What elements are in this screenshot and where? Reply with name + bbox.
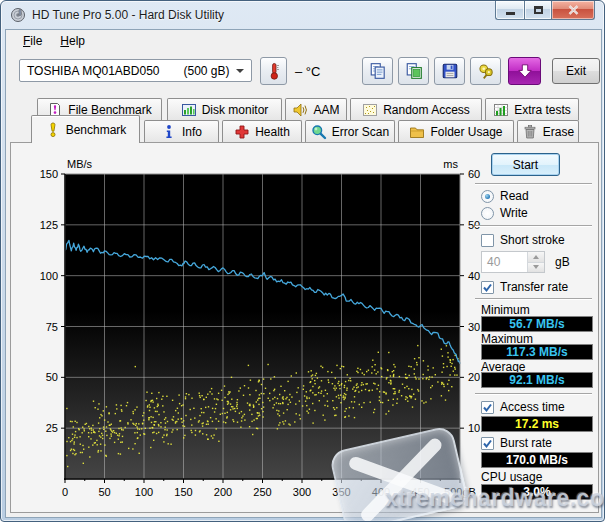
- tab-health[interactable]: Health: [222, 120, 302, 142]
- tab-info[interactable]: Info: [144, 120, 219, 142]
- random-access-icon: [362, 102, 378, 118]
- health-cross-icon: [234, 124, 250, 140]
- menu-file[interactable]: File: [14, 31, 51, 51]
- divider: [475, 225, 592, 227]
- burst-rate-checkbox[interactable]: Burst rate: [481, 436, 552, 450]
- svg-text:100: 100: [40, 270, 58, 282]
- window-title: HD Tune Pro 5.00 - Hard Disk Utility: [32, 8, 224, 22]
- temperature-readout: – °C: [295, 64, 320, 79]
- thermometer-icon: [266, 62, 282, 80]
- checkbox-checked-icon: [481, 401, 494, 414]
- check-icon: [482, 438, 493, 449]
- svg-text:0: 0: [62, 486, 68, 498]
- close-button[interactable]: [552, 1, 595, 20]
- chevron-down-icon: [236, 69, 244, 73]
- check-icon: [482, 282, 493, 293]
- spinner-value: 40: [482, 252, 527, 272]
- tab-extra-tests[interactable]: Extra tests: [485, 98, 579, 120]
- checkbox-checked-icon: [481, 281, 494, 294]
- svg-text:MB/s: MB/s: [67, 158, 93, 170]
- minimum-value: 56.7 MB/s: [481, 316, 593, 332]
- minimize-icon: [506, 12, 515, 15]
- drive-model: TOSHIBA MQ01ABD050: [27, 64, 160, 78]
- app-disk-icon: [10, 7, 26, 23]
- copy-screenshot-button[interactable]: [398, 57, 429, 85]
- divider: [475, 298, 592, 300]
- svg-text:25: 25: [46, 422, 58, 434]
- svg-text:350: 350: [332, 486, 350, 498]
- copy-to-clipboard-button[interactable]: [362, 57, 393, 85]
- spinner-buttons: [527, 252, 544, 272]
- checkbox-checked-icon: [481, 437, 494, 450]
- spinner-up-button[interactable]: [528, 252, 544, 263]
- tab-folder-usage[interactable]: Folder Usage: [398, 120, 514, 142]
- svg-text:50: 50: [46, 371, 58, 383]
- benchmark-controls: Start Read Write Short stroke 40: [471, 143, 597, 512]
- write-radio[interactable]: Write: [481, 206, 528, 220]
- speaker-icon: [292, 102, 308, 118]
- exit-button[interactable]: Exit: [552, 58, 600, 84]
- checkbox-unchecked-icon: [481, 234, 494, 247]
- tab-disk-monitor[interactable]: Disk monitor: [167, 98, 282, 120]
- burst-rate-value: 170.0 MB/s: [481, 452, 593, 468]
- cpu-usage-value: 3.0%: [481, 484, 593, 500]
- short-stroke-checkbox[interactable]: Short stroke: [481, 233, 565, 247]
- benchmark-icon: [45, 122, 61, 138]
- save-screenshot-button[interactable]: [434, 57, 465, 85]
- drive-selector[interactable]: TOSHIBA MQ01ABD050 (500 gB): [19, 59, 252, 82]
- access-time-checkbox[interactable]: Access time: [481, 400, 565, 414]
- short-stroke-size-spinner[interactable]: 40: [481, 251, 545, 273]
- temperature-button[interactable]: [260, 57, 287, 85]
- svg-text:250: 250: [253, 486, 271, 498]
- divider: [475, 183, 592, 185]
- radio-selected-icon: [481, 190, 494, 203]
- cpu-usage-label: CPU usage: [481, 470, 542, 484]
- svg-text:150: 150: [174, 486, 192, 498]
- svg-text:150: 150: [40, 168, 58, 180]
- maximum-value: 117.3 MB/s: [481, 344, 593, 360]
- menu-help[interactable]: Help: [51, 31, 94, 51]
- menubar: File Help: [6, 30, 601, 52]
- tab-aam[interactable]: AAM: [285, 98, 347, 120]
- magnifier-icon: [311, 124, 327, 140]
- maximize-button[interactable]: [524, 1, 552, 20]
- window-controls: [495, 1, 595, 20]
- svg-text:400: 400: [372, 486, 390, 498]
- close-icon: [568, 5, 579, 15]
- tab-random-access[interactable]: Random Access: [350, 98, 482, 120]
- copy-icon: [369, 62, 387, 80]
- divider: [475, 393, 592, 395]
- triangle-up-icon: [533, 255, 539, 259]
- benchmark-chart: 050100150200250300350400450500gB15012510…: [27, 151, 482, 507]
- average-value: 92.1 MB/s: [481, 372, 593, 388]
- copy-image-icon: [405, 62, 423, 80]
- tab-benchmark[interactable]: Benchmark: [31, 115, 140, 143]
- titlebar[interactable]: HD Tune Pro 5.00 - Hard Disk Utility: [1, 1, 604, 29]
- short-stroke-unit: gB: [555, 255, 570, 269]
- svg-text:ms: ms: [443, 158, 458, 170]
- spinner-down-button[interactable]: [528, 263, 544, 273]
- minimize-button[interactable]: [495, 1, 524, 20]
- app-window: HD Tune Pro 5.00 - Hard Disk Utility Fil…: [0, 0, 605, 522]
- svg-text:200: 200: [214, 486, 232, 498]
- folder-icon: [409, 124, 425, 140]
- check-icon: [482, 402, 493, 413]
- triangle-down-icon: [533, 265, 539, 269]
- extra-tests-icon: [493, 102, 509, 118]
- trash-icon: [522, 124, 538, 140]
- disk-monitor-icon: [181, 102, 197, 118]
- svg-text:100: 100: [135, 486, 153, 498]
- update-check-button[interactable]: [508, 57, 541, 85]
- svg-text:450: 450: [411, 486, 429, 498]
- transfer-rate-checkbox[interactable]: Transfer rate: [481, 280, 568, 294]
- options-button[interactable]: [470, 57, 501, 85]
- svg-text:300: 300: [293, 486, 311, 498]
- maximize-icon: [534, 6, 543, 14]
- tab-erase[interactable]: Erase: [517, 120, 579, 142]
- minimum-label: Minimum: [481, 303, 530, 317]
- read-radio[interactable]: Read: [481, 189, 529, 203]
- toolbar: TOSHIBA MQ01ABD050 (500 gB) – °C: [6, 52, 601, 96]
- start-button[interactable]: Start: [491, 153, 560, 176]
- drive-capacity: (500 gB): [184, 64, 230, 78]
- tab-error-scan[interactable]: Error Scan: [305, 120, 395, 142]
